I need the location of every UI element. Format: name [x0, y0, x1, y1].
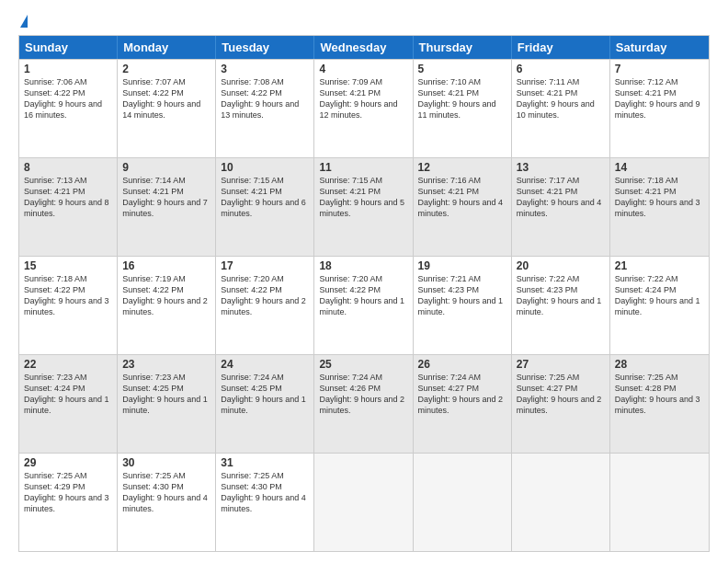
calendar-cell: 7Sunrise: 7:12 AM Sunset: 4:21 PM Daylig… — [610, 60, 709, 157]
calendar-cell: 9Sunrise: 7:14 AM Sunset: 4:21 PM Daylig… — [118, 158, 216, 256]
day-info: Sunrise: 7:17 AM Sunset: 4:21 PM Dayligh… — [517, 175, 605, 220]
day-number: 15 — [24, 259, 112, 272]
calendar-header-row: SundayMondayTuesdayWednesdayThursdayFrid… — [19, 36, 709, 59]
day-number: 7 — [615, 63, 704, 75]
day-info: Sunrise: 7:23 AM Sunset: 4:25 PM Dayligh… — [122, 372, 210, 417]
calendar-cell: 26Sunrise: 7:24 AM Sunset: 4:27 PM Dayli… — [414, 355, 512, 453]
calendar: SundayMondayTuesdayWednesdayThursdayFrid… — [18, 35, 710, 552]
page: SundayMondayTuesdayWednesdayThursdayFrid… — [0, 0, 728, 563]
day-number: 24 — [221, 358, 309, 371]
calendar-header-cell-wednesday: Wednesday — [314, 36, 413, 59]
calendar-cell: 24Sunrise: 7:24 AM Sunset: 4:25 PM Dayli… — [216, 355, 314, 453]
day-number: 16 — [122, 259, 210, 272]
calendar-cell: 16Sunrise: 7:19 AM Sunset: 4:22 PM Dayli… — [118, 257, 216, 354]
calendar-cell — [512, 454, 610, 551]
calendar-header-cell-tuesday: Tuesday — [216, 36, 314, 59]
calendar-cell: 10Sunrise: 7:15 AM Sunset: 4:21 PM Dayli… — [216, 158, 314, 256]
day-info: Sunrise: 7:18 AM Sunset: 4:21 PM Dayligh… — [615, 175, 704, 220]
calendar-cell: 23Sunrise: 7:23 AM Sunset: 4:25 PM Dayli… — [118, 355, 216, 453]
calendar-header-cell-thursday: Thursday — [414, 36, 512, 59]
day-info: Sunrise: 7:12 AM Sunset: 4:21 PM Dayligh… — [615, 76, 704, 121]
calendar-cell: 27Sunrise: 7:25 AM Sunset: 4:27 PM Dayli… — [512, 355, 610, 453]
day-number: 5 — [418, 63, 506, 75]
day-number: 9 — [122, 161, 210, 174]
day-number: 21 — [615, 259, 704, 272]
logo — [18, 15, 28, 28]
day-info: Sunrise: 7:15 AM Sunset: 4:21 PM Dayligh… — [221, 175, 309, 220]
day-number: 1 — [24, 63, 112, 75]
day-number: 31 — [221, 456, 309, 469]
calendar-cell: 29Sunrise: 7:25 AM Sunset: 4:29 PM Dayli… — [19, 454, 118, 551]
calendar-header-cell-monday: Monday — [118, 36, 216, 59]
day-info: Sunrise: 7:08 AM Sunset: 4:22 PM Dayligh… — [221, 76, 309, 121]
calendar-week-1: 1Sunrise: 7:06 AM Sunset: 4:22 PM Daylig… — [19, 59, 709, 157]
calendar-cell: 30Sunrise: 7:25 AM Sunset: 4:30 PM Dayli… — [118, 454, 216, 551]
day-info: Sunrise: 7:13 AM Sunset: 4:21 PM Dayligh… — [24, 175, 112, 220]
day-number: 17 — [221, 259, 309, 272]
calendar-cell — [314, 454, 413, 551]
day-number: 11 — [319, 161, 407, 174]
calendar-cell: 13Sunrise: 7:17 AM Sunset: 4:21 PM Dayli… — [512, 158, 610, 256]
calendar-header-cell-sunday: Sunday — [19, 36, 118, 59]
day-number: 20 — [517, 259, 605, 272]
day-number: 19 — [418, 259, 506, 272]
calendar-cell: 3Sunrise: 7:08 AM Sunset: 4:22 PM Daylig… — [216, 60, 314, 157]
day-number: 10 — [221, 161, 309, 174]
day-info: Sunrise: 7:22 AM Sunset: 4:23 PM Dayligh… — [517, 273, 605, 318]
calendar-cell: 14Sunrise: 7:18 AM Sunset: 4:21 PM Dayli… — [610, 158, 709, 256]
calendar-cell: 21Sunrise: 7:22 AM Sunset: 4:24 PM Dayli… — [610, 257, 709, 354]
day-number: 18 — [319, 259, 407, 272]
calendar-cell: 4Sunrise: 7:09 AM Sunset: 4:21 PM Daylig… — [314, 60, 413, 157]
day-info: Sunrise: 7:11 AM Sunset: 4:21 PM Dayligh… — [517, 76, 605, 121]
calendar-cell: 31Sunrise: 7:25 AM Sunset: 4:30 PM Dayli… — [216, 454, 314, 551]
calendar-cell: 22Sunrise: 7:23 AM Sunset: 4:24 PM Dayli… — [19, 355, 118, 453]
day-number: 6 — [517, 63, 605, 75]
day-info: Sunrise: 7:25 AM Sunset: 4:30 PM Dayligh… — [122, 470, 210, 515]
day-number: 30 — [122, 456, 210, 469]
calendar-cell: 28Sunrise: 7:25 AM Sunset: 4:28 PM Dayli… — [610, 355, 709, 453]
calendar-body: 1Sunrise: 7:06 AM Sunset: 4:22 PM Daylig… — [19, 59, 709, 551]
day-number: 14 — [615, 161, 704, 174]
day-info: Sunrise: 7:25 AM Sunset: 4:28 PM Dayligh… — [615, 372, 704, 417]
calendar-header-cell-friday: Friday — [512, 36, 610, 59]
day-info: Sunrise: 7:06 AM Sunset: 4:22 PM Dayligh… — [24, 76, 112, 121]
day-info: Sunrise: 7:19 AM Sunset: 4:22 PM Dayligh… — [122, 273, 210, 318]
calendar-cell: 17Sunrise: 7:20 AM Sunset: 4:22 PM Dayli… — [216, 257, 314, 354]
day-info: Sunrise: 7:10 AM Sunset: 4:21 PM Dayligh… — [418, 76, 506, 121]
calendar-cell: 25Sunrise: 7:24 AM Sunset: 4:26 PM Dayli… — [314, 355, 413, 453]
day-info: Sunrise: 7:24 AM Sunset: 4:26 PM Dayligh… — [319, 372, 407, 417]
day-number: 29 — [24, 456, 112, 469]
day-number: 13 — [517, 161, 605, 174]
day-number: 2 — [122, 63, 210, 75]
calendar-cell: 2Sunrise: 7:07 AM Sunset: 4:22 PM Daylig… — [118, 60, 216, 157]
day-info: Sunrise: 7:18 AM Sunset: 4:22 PM Dayligh… — [24, 273, 112, 318]
day-number: 3 — [221, 63, 309, 75]
day-number: 4 — [319, 63, 407, 75]
day-number: 8 — [24, 161, 112, 174]
calendar-cell: 11Sunrise: 7:15 AM Sunset: 4:21 PM Dayli… — [314, 158, 413, 256]
day-info: Sunrise: 7:14 AM Sunset: 4:21 PM Dayligh… — [122, 175, 210, 220]
day-info: Sunrise: 7:21 AM Sunset: 4:23 PM Dayligh… — [418, 273, 506, 318]
calendar-cell: 18Sunrise: 7:20 AM Sunset: 4:22 PM Dayli… — [314, 257, 413, 354]
day-number: 12 — [418, 161, 506, 174]
calendar-cell: 8Sunrise: 7:13 AM Sunset: 4:21 PM Daylig… — [19, 158, 118, 256]
day-info: Sunrise: 7:20 AM Sunset: 4:22 PM Dayligh… — [221, 273, 309, 318]
day-number: 28 — [615, 358, 704, 371]
day-info: Sunrise: 7:07 AM Sunset: 4:22 PM Dayligh… — [122, 76, 210, 121]
logo-triangle-icon — [20, 15, 28, 28]
calendar-cell — [414, 454, 512, 551]
day-info: Sunrise: 7:16 AM Sunset: 4:21 PM Dayligh… — [418, 175, 506, 220]
day-number: 23 — [122, 358, 210, 371]
calendar-cell — [610, 454, 709, 551]
calendar-cell: 19Sunrise: 7:21 AM Sunset: 4:23 PM Dayli… — [414, 257, 512, 354]
day-info: Sunrise: 7:24 AM Sunset: 4:27 PM Dayligh… — [418, 372, 506, 417]
calendar-week-3: 15Sunrise: 7:18 AM Sunset: 4:22 PM Dayli… — [19, 256, 709, 354]
calendar-header-cell-saturday: Saturday — [610, 36, 709, 59]
day-info: Sunrise: 7:25 AM Sunset: 4:27 PM Dayligh… — [517, 372, 605, 417]
day-info: Sunrise: 7:20 AM Sunset: 4:22 PM Dayligh… — [319, 273, 407, 318]
day-number: 25 — [319, 358, 407, 371]
calendar-cell: 12Sunrise: 7:16 AM Sunset: 4:21 PM Dayli… — [414, 158, 512, 256]
calendar-week-2: 8Sunrise: 7:13 AM Sunset: 4:21 PM Daylig… — [19, 157, 709, 256]
day-info: Sunrise: 7:25 AM Sunset: 4:30 PM Dayligh… — [221, 470, 309, 515]
day-number: 22 — [24, 358, 112, 371]
